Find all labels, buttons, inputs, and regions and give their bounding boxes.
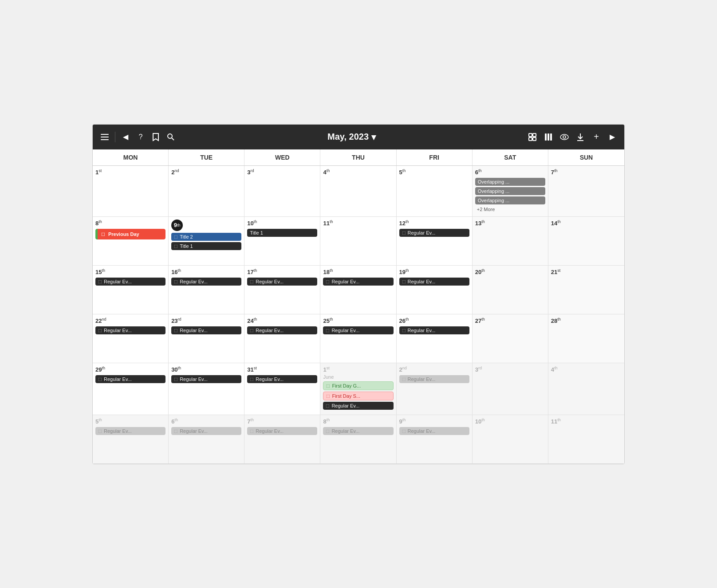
calendar-cell[interactable]: 6th⬚Regular Ev... xyxy=(169,415,244,464)
event-pill[interactable]: ⬚Regular Ev... xyxy=(247,375,317,383)
event-pill[interactable]: ⬚Regular Ev... xyxy=(247,326,317,334)
view-square-icon[interactable] xyxy=(528,132,537,142)
event-pill[interactable]: Overlapping ... xyxy=(475,187,545,195)
event-pill[interactable]: ⬚Regular Ev... xyxy=(171,375,241,383)
event-pill[interactable]: ⬚Regular Ev... xyxy=(171,278,241,286)
calendar-cell[interactable]: 28th xyxy=(548,314,624,363)
calendar-cell[interactable]: 27th xyxy=(473,314,548,363)
event-pill[interactable]: Overlapping ... xyxy=(475,196,545,204)
date-number: 6th xyxy=(171,418,178,425)
event-pill[interactable]: ⬚Regular Ev... xyxy=(171,427,241,435)
event-icon: ⬚ xyxy=(250,328,254,333)
add-icon[interactable]: + xyxy=(591,132,601,142)
search-icon[interactable] xyxy=(166,132,176,142)
calendar-cell[interactable]: 2nd xyxy=(169,166,244,217)
event-icon: ⬚ xyxy=(174,429,178,433)
calendar-cell[interactable]: 14th xyxy=(548,217,624,266)
event-pill[interactable]: ⬚Title 2 xyxy=(171,233,241,241)
calendar-cell[interactable]: 26th⬚Regular Ev... xyxy=(397,314,473,363)
event-pill[interactable]: ⬚Regular Ev... xyxy=(399,427,469,435)
bookmark-icon[interactable] xyxy=(151,132,161,142)
calendar-cell[interactable]: 25th⬚Regular Ev... xyxy=(320,314,396,363)
date-number: 8th xyxy=(323,418,330,425)
menu-icon[interactable] xyxy=(100,132,110,142)
event-pill[interactable]: Overlapping ... xyxy=(475,178,545,186)
date-number: 21st xyxy=(551,268,560,275)
download-icon[interactable] xyxy=(575,132,585,142)
calendar-cell[interactable]: 8th⬚Regular Ev... xyxy=(320,415,396,464)
calendar-cell[interactable]: 8th⬚Previous Day xyxy=(93,217,169,266)
event-pill[interactable]: ⬚Regular Ev... xyxy=(323,326,393,334)
event-pill[interactable]: ⬚Regular Ev... xyxy=(247,427,317,435)
calendar-cell[interactable]: 7th xyxy=(548,166,624,217)
calendar-cell[interactable]: 7th⬚Regular Ev... xyxy=(244,415,320,464)
event-icon: ⬚ xyxy=(326,404,330,408)
calendar-cell[interactable]: 13th xyxy=(473,217,548,266)
event-icon: ⬚ xyxy=(174,235,178,239)
more-events-link[interactable]: +2 More xyxy=(475,206,545,213)
calendar-cell[interactable]: 9th⬚Regular Ev... xyxy=(397,415,473,464)
calendar-cell[interactable]: 9th⬚Title 2⬚Title 1 xyxy=(169,217,244,266)
date-number: 10th xyxy=(247,220,257,227)
calendar-cell[interactable]: 29th⬚Regular Ev... xyxy=(93,363,169,415)
forward-icon[interactable]: ▶ xyxy=(607,132,617,142)
event-pill[interactable]: ⬚Regular Ev... xyxy=(323,278,393,286)
event-pill[interactable]: ⬚Regular Ev... xyxy=(95,326,165,334)
calendar-cell[interactable]: 1st xyxy=(93,166,169,217)
event-pill[interactable]: ⬚Regular Ev... xyxy=(95,375,165,383)
calendar-cell[interactable]: 6thOverlapping ...Overlapping ...Overlap… xyxy=(473,166,548,217)
back-icon[interactable]: ◀ xyxy=(121,132,130,142)
event-icon: ⬚ xyxy=(174,328,178,333)
calendar-cell[interactable]: 1stJune⬚First Day G...⬚First Day S...⬚Re… xyxy=(320,363,396,415)
calendar-cell[interactable]: 21st xyxy=(548,266,624,314)
calendar-cell[interactable]: 19th⬚Regular Ev... xyxy=(397,266,473,314)
calendar-cell[interactable]: 4th xyxy=(320,166,396,217)
calendar-cell[interactable]: 23rd⬚Regular Ev... xyxy=(169,314,244,363)
date-number: 11th xyxy=(323,220,333,227)
calendar-cell[interactable]: 5th⬚Regular Ev... xyxy=(93,415,169,464)
date-number: 9th xyxy=(171,220,183,231)
calendar-cell[interactable]: 10thTitle 1 xyxy=(244,217,320,266)
event-pill[interactable]: Title 1 xyxy=(247,229,317,237)
calendar-cell[interactable]: 18th⬚Regular Ev... xyxy=(320,266,396,314)
calendar-cell[interactable]: 16th⬚Regular Ev... xyxy=(169,266,244,314)
event-pill[interactable]: ⬚Regular Ev... xyxy=(399,326,469,334)
top-bar-right: + ▶ xyxy=(528,132,617,142)
event-icon: ⬚ xyxy=(174,377,178,381)
event-pill[interactable]: ⬚Regular Ev... xyxy=(95,427,165,435)
calendar-cell[interactable]: 31st⬚Regular Ev... xyxy=(244,363,320,415)
calendar-cell[interactable]: 10th xyxy=(473,415,548,464)
event-pill[interactable]: ⬚Regular Ev... xyxy=(399,229,469,237)
event-icon: ⬚ xyxy=(174,244,178,248)
previous-day-event[interactable]: ⬚Previous Day xyxy=(95,229,165,239)
calendar-cell[interactable]: 3rd xyxy=(244,166,320,217)
calendar-cell[interactable]: 30th⬚Regular Ev... xyxy=(169,363,244,415)
event-pill[interactable]: ⬚Regular Ev... xyxy=(171,326,241,334)
event-pill[interactable]: ⬚Regular Ev... xyxy=(95,278,165,286)
calendar-cell[interactable]: 3rd xyxy=(473,363,548,415)
event-pill[interactable]: ⬚First Day S... xyxy=(323,392,393,400)
calendar-cell[interactable]: 12th⬚Regular Ev... xyxy=(397,217,473,266)
event-pill[interactable]: ⬚Title 1 xyxy=(171,242,241,250)
event-pill[interactable]: ⬚Regular Ev... xyxy=(247,278,317,286)
calendar-cell[interactable]: 2nd⬚Regular Ev... xyxy=(397,363,473,415)
eye-icon[interactable] xyxy=(559,132,569,142)
calendar-cell[interactable]: 22nd⬚Regular Ev... xyxy=(93,314,169,363)
event-pill[interactable]: ⬚Regular Ev... xyxy=(323,427,393,435)
calendar-cell[interactable]: 11th xyxy=(548,415,624,464)
event-pill[interactable]: ⬚First Day G... xyxy=(323,381,393,390)
calendar-cell[interactable]: 20th xyxy=(473,266,548,314)
event-pill[interactable]: ⬚Regular Ev... xyxy=(399,375,469,383)
help-icon[interactable]: ? xyxy=(136,132,146,142)
month-title[interactable]: May, 2023 ▾ xyxy=(327,132,376,142)
columns-icon[interactable] xyxy=(544,132,553,142)
calendar-cell[interactable]: 17th⬚Regular Ev... xyxy=(244,266,320,314)
calendar-cell[interactable]: 5th xyxy=(397,166,473,217)
calendar-cell[interactable]: 24th⬚Regular Ev... xyxy=(244,314,320,363)
calendar-cell[interactable]: 15th⬚Regular Ev... xyxy=(93,266,169,314)
date-number: 1st xyxy=(95,169,102,176)
event-pill[interactable]: ⬚Regular Ev... xyxy=(399,278,469,286)
calendar-cell[interactable]: 11th xyxy=(320,217,396,266)
calendar-cell[interactable]: 4th xyxy=(548,363,624,415)
event-pill[interactable]: ⬚Regular Ev... xyxy=(323,402,393,410)
